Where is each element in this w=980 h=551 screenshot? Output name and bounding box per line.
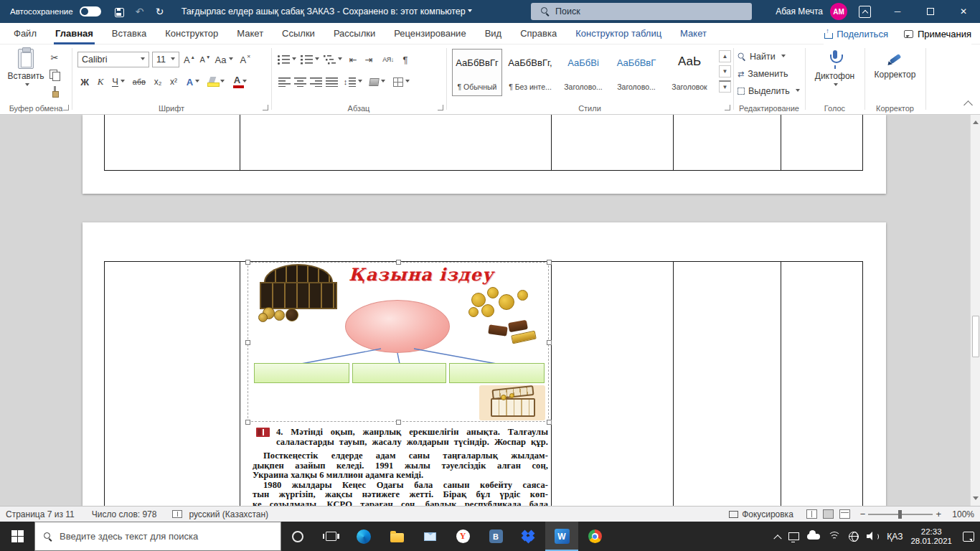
- find-button[interactable]: Найти: [738, 52, 786, 62]
- spellcheck-icon[interactable]: [172, 510, 182, 518]
- italic-button[interactable]: К: [93, 75, 108, 89]
- page-indicator[interactable]: Страница 7 из 11: [6, 509, 75, 519]
- selection-handle[interactable]: [245, 340, 250, 345]
- justify-button[interactable]: [324, 75, 339, 89]
- diagram-box-1[interactable]: [254, 363, 349, 383]
- autosave-toggle[interactable]: [80, 6, 101, 17]
- minimize-button[interactable]: ─: [881, 0, 914, 23]
- select-button[interactable]: Выделить: [738, 86, 800, 96]
- cortana-button[interactable]: [281, 522, 314, 551]
- copy-button[interactable]: [46, 67, 63, 82]
- tab-file[interactable]: Файл: [4, 23, 46, 44]
- borders-button[interactable]: [390, 75, 412, 89]
- underline-button[interactable]: Ч: [109, 75, 128, 89]
- font-color-button[interactable]: А: [230, 75, 251, 89]
- share-button[interactable]: Поделиться: [824, 29, 888, 39]
- yandex-button[interactable]: Y: [446, 522, 479, 551]
- diagram-center-ellipse[interactable]: [345, 300, 450, 353]
- align-center-button[interactable]: [293, 75, 307, 89]
- bold-button[interactable]: Ж: [77, 75, 92, 89]
- close-button[interactable]: ✕: [947, 0, 980, 23]
- undo-button[interactable]: ↶: [130, 6, 150, 17]
- word-button[interactable]: W: [545, 522, 578, 551]
- titlebar-search-box[interactable]: Поиск: [531, 3, 752, 20]
- font-name-combo[interactable]: Calibri: [77, 52, 149, 67]
- focus-mode-icon[interactable]: [729, 511, 738, 518]
- tab-help[interactable]: Справка: [511, 23, 566, 44]
- tab-mailings[interactable]: Рассылки: [324, 23, 385, 44]
- dialog-launcher-icon[interactable]: [263, 105, 268, 110]
- style-card-heading1[interactable]: АаБбВі Заголово...: [558, 49, 608, 96]
- scroll-up-icon[interactable]: [973, 118, 979, 124]
- decrease-indent-button[interactable]: ⇤: [346, 52, 360, 67]
- style-card-title[interactable]: АаЬ Заголовок: [664, 49, 715, 96]
- paste-button[interactable]: Вставить: [7, 49, 44, 88]
- clear-formatting-button[interactable]: А✕: [237, 52, 254, 67]
- superscript-button[interactable]: х²: [166, 75, 181, 89]
- format-painter-button[interactable]: [46, 85, 63, 99]
- language-indicator[interactable]: русский (Казахстан): [189, 509, 268, 519]
- scrollbar-thumb[interactable]: [972, 316, 979, 357]
- page-previous[interactable]: [83, 115, 886, 194]
- network-globe-icon[interactable]: [849, 532, 859, 542]
- selection-handle[interactable]: [547, 340, 552, 345]
- zoom-slider[interactable]: [868, 509, 933, 519]
- sort-button[interactable]: АЯ↓: [379, 52, 397, 67]
- shading-button[interactable]: [367, 75, 387, 89]
- mail-button[interactable]: [413, 522, 446, 551]
- tab-insert[interactable]: Вставка: [103, 23, 156, 44]
- avatar[interactable]: АМ: [830, 3, 847, 20]
- styles-scroll-up-button[interactable]: ▲: [719, 50, 731, 62]
- numbering-button[interactable]: [300, 52, 320, 67]
- align-left-button[interactable]: [277, 75, 291, 89]
- volume-icon[interactable]: [867, 532, 879, 541]
- chrome-button[interactable]: [578, 522, 611, 551]
- document-text[interactable]: 4. Мәтінді оқып, жанрлық ерекшелігін аны…: [253, 428, 548, 506]
- focus-mode-label[interactable]: Фокусировка: [742, 509, 793, 519]
- dialog-launcher-icon[interactable]: [63, 105, 69, 110]
- tab-design[interactable]: Конструктор: [156, 23, 227, 44]
- zoom-percent[interactable]: 100%: [948, 509, 974, 519]
- increase-indent-button[interactable]: ⇥: [362, 52, 376, 67]
- vk-button[interactable]: B: [479, 522, 512, 551]
- tab-home[interactable]: Главная: [46, 23, 103, 44]
- dialog-launcher-icon[interactable]: [438, 105, 443, 110]
- line-spacing-button[interactable]: ↕: [341, 75, 364, 89]
- clock[interactable]: 22:33 28.01.2021: [910, 527, 952, 546]
- styles-scroll-down-button[interactable]: ▼: [719, 65, 731, 77]
- cut-button[interactable]: ✂: [46, 50, 63, 65]
- word-count[interactable]: Число слов: 978: [92, 509, 157, 519]
- style-card-heading2[interactable]: АаБбВвГ Заголово...: [611, 49, 661, 96]
- save-button[interactable]: [110, 6, 130, 17]
- tray-expand-icon[interactable]: [774, 534, 782, 542]
- web-layout-button[interactable]: [839, 509, 850, 519]
- tab-view[interactable]: Вид: [476, 23, 512, 44]
- user-name[interactable]: Абая Мечта: [776, 6, 823, 17]
- strikethrough-button[interactable]: абв: [129, 75, 149, 89]
- text-effects-button[interactable]: А: [184, 75, 202, 89]
- editor-button[interactable]: Корректор: [864, 50, 925, 80]
- edge-button[interactable]: [347, 522, 380, 551]
- dictate-button[interactable]: Диктофон: [805, 50, 864, 88]
- action-center-icon[interactable]: [963, 532, 974, 542]
- maximize-button[interactable]: [914, 0, 947, 23]
- comments-button[interactable]: Примечания: [904, 29, 971, 39]
- print-layout-button[interactable]: [823, 509, 834, 519]
- tab-table-design[interactable]: Конструктор таблиц: [566, 23, 671, 44]
- diagram-box-2[interactable]: [352, 363, 446, 383]
- multilevel-list-button[interactable]: [323, 52, 343, 67]
- style-card-normal[interactable]: АаБбВвГг ¶ Обычный: [452, 49, 502, 96]
- ribbon-display-options-icon[interactable]: [859, 6, 871, 18]
- selection-handle[interactable]: [547, 420, 552, 425]
- tab-layout[interactable]: Макет: [227, 23, 273, 44]
- task-view-button[interactable]: [314, 522, 347, 551]
- selection-handle[interactable]: [547, 260, 552, 265]
- zoom-out-button[interactable]: −: [860, 509, 866, 519]
- font-size-combo[interactable]: 11: [152, 52, 179, 67]
- dialog-launcher-icon[interactable]: [725, 105, 730, 110]
- read-mode-button[interactable]: [806, 509, 817, 519]
- style-card-no-spacing[interactable]: АаБбВвГг, ¶ Без инте...: [505, 49, 555, 96]
- dropbox-button[interactable]: [512, 522, 545, 551]
- scroll-down-icon[interactable]: [973, 496, 979, 503]
- selection-handle[interactable]: [396, 420, 401, 425]
